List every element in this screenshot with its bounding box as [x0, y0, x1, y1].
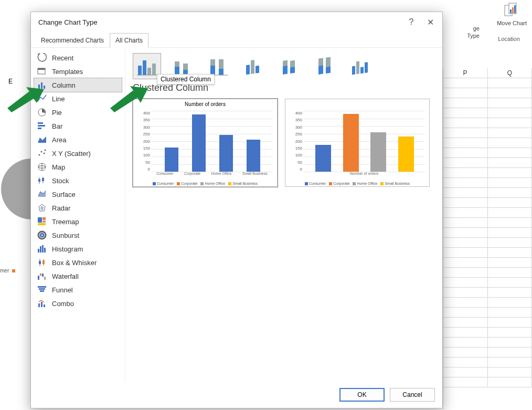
svg-point-5	[1, 159, 30, 219]
svg-rect-68	[256, 66, 259, 73]
svg-rect-34	[40, 246, 41, 253]
category-waterfall[interactable]: Waterfall	[34, 269, 122, 283]
preview-title: Number of orders	[133, 99, 277, 107]
stock-icon	[37, 176, 47, 185]
svg-rect-79	[360, 67, 364, 73]
category-treemap[interactable]: Treemap	[34, 215, 122, 228]
preview-title	[285, 99, 429, 101]
category-radar[interactable]: Radar	[34, 201, 122, 215]
col-header-e[interactable]: E	[8, 78, 13, 85]
category-templates[interactable]: Templates	[34, 65, 122, 78]
move-chart-button[interactable]: Move Chart	[497, 2, 527, 26]
svg-rect-38	[39, 261, 41, 264]
category-surface[interactable]: Surface	[34, 187, 122, 201]
combo-icon	[37, 299, 47, 308]
chart-preview-2[interactable]: 400350300250200150100500Number of orders…	[285, 99, 430, 187]
radar-icon	[37, 203, 47, 213]
category-label: Funnel	[52, 286, 73, 294]
tab-recommended-charts[interactable]: Recommended Charts	[35, 33, 110, 48]
svg-rect-51	[138, 66, 142, 75]
ribbon-group-location: Location	[486, 36, 532, 42]
preview-bar	[165, 148, 178, 172]
category-map[interactable]: Map	[34, 160, 122, 174]
sunburst-icon	[37, 230, 47, 240]
category-line[interactable]: Line	[34, 92, 122, 106]
category-histogram[interactable]: Histogram	[34, 242, 122, 256]
svg-rect-36	[44, 248, 46, 253]
svg-rect-69	[283, 66, 288, 75]
subtype-3d-100-stacked-column[interactable]	[311, 53, 339, 79]
move-chart-label: Move Chart	[497, 20, 527, 26]
surface-icon	[37, 190, 47, 199]
svg-rect-7	[38, 68, 45, 70]
histogram-icon	[37, 244, 47, 254]
svg-rect-57	[175, 61, 179, 67]
category-funnel[interactable]: Funnel	[34, 283, 122, 297]
close-icon[interactable]: ✕	[425, 17, 435, 27]
svg-rect-12	[38, 122, 43, 124]
category-label: Surface	[52, 191, 76, 198]
svg-rect-78	[356, 61, 359, 74]
svg-rect-2	[510, 9, 512, 13]
category-combo[interactable]: Combo	[34, 297, 122, 310]
subtype-3d-clustered-column[interactable]	[240, 53, 268, 79]
category-bar[interactable]: Bar	[34, 119, 122, 133]
category-pie[interactable]: Pie	[34, 106, 122, 119]
category-label: Box & Whisker	[52, 259, 97, 267]
svg-rect-49	[41, 302, 42, 307]
category-label: Bar	[52, 122, 62, 130]
svg-rect-76	[326, 57, 331, 67]
svg-rect-74	[318, 58, 323, 66]
svg-marker-82	[110, 86, 148, 112]
waterfall-icon	[37, 271, 47, 281]
category-scatter[interactable]: X Y (Scatter)	[34, 146, 122, 160]
subtype-tooltip: Clustered Column	[157, 74, 215, 85]
category-sunburst[interactable]: Sunburst	[34, 228, 122, 242]
category-label: Line	[52, 95, 65, 103]
ok-button[interactable]: OK	[339, 388, 385, 402]
box-whisker-icon	[37, 258, 47, 267]
bar-icon	[37, 121, 47, 131]
preview-bar	[247, 140, 260, 172]
subtype-3d-column[interactable]	[347, 53, 375, 79]
svg-point-19	[45, 150, 46, 151]
svg-rect-52	[143, 60, 146, 75]
preview-y-axis: 400350300250200150100500	[288, 111, 302, 172]
svg-rect-50	[44, 304, 45, 307]
category-label: Column	[52, 81, 76, 89]
svg-rect-77	[352, 66, 355, 75]
help-icon[interactable]: ?	[407, 17, 416, 27]
svg-point-31	[38, 232, 46, 239]
svg-rect-70	[283, 60, 288, 66]
spreadsheet-grid[interactable]	[443, 68, 532, 409]
dialog-buttons: OK Cancel	[339, 388, 435, 402]
chart-preview-1[interactable]: Number of orders400350300250200150100500…	[133, 99, 278, 187]
category-label: Treemap	[52, 218, 79, 226]
svg-rect-53	[147, 68, 151, 75]
svg-point-32	[40, 234, 44, 237]
svg-point-18	[44, 153, 45, 154]
svg-rect-41	[38, 276, 39, 280]
dialog-title: Change Chart Type	[38, 18, 98, 26]
category-column[interactable]: Column	[34, 78, 122, 92]
category-stock[interactable]: Stock	[34, 174, 122, 187]
tab-all-charts[interactable]: All Charts	[110, 33, 148, 48]
recent-icon	[37, 53, 47, 62]
svg-rect-30	[38, 223, 46, 225]
svg-marker-81	[7, 87, 44, 112]
preview-plot	[151, 111, 273, 172]
svg-rect-3	[512, 7, 514, 13]
category-box-whisker[interactable]: Box & Whisker	[34, 256, 122, 269]
category-label: Combo	[52, 300, 74, 308]
map-icon	[37, 162, 47, 172]
category-recent[interactable]: Recent	[34, 51, 122, 65]
svg-rect-80	[365, 62, 368, 73]
category-area[interactable]: Area	[34, 133, 122, 146]
svg-marker-26	[40, 206, 44, 210]
category-label: Pie	[52, 109, 62, 117]
cancel-button[interactable]: Cancel	[390, 388, 435, 402]
legend-fragment: mer	[0, 268, 16, 274]
chart-previews: Number of orders400350300250200150100500…	[133, 99, 435, 187]
svg-rect-45	[38, 286, 46, 288]
subtype-3d-stacked-column[interactable]	[275, 53, 304, 79]
